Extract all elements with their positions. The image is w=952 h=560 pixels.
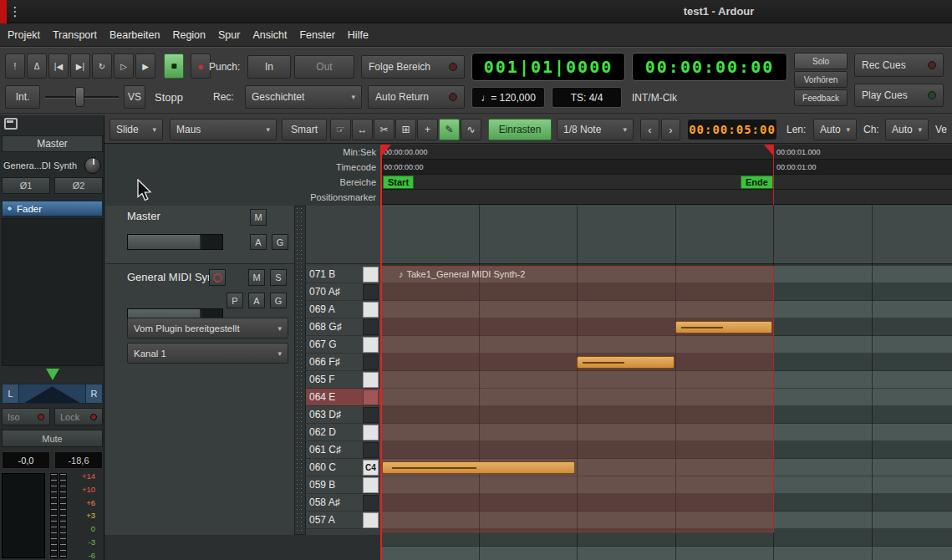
loop-button[interactable]: ↻	[92, 53, 112, 79]
playlist-button[interactable]: P	[227, 293, 243, 308]
follow-range-button[interactable]: Folge Bereich	[361, 55, 465, 79]
master-group-button[interactable]: G	[272, 234, 288, 250]
range-end-marker-icon[interactable]	[764, 145, 773, 155]
cut-tool[interactable]: ✂	[374, 119, 395, 140]
trim-knob[interactable]	[84, 157, 101, 174]
rec-mode-dropdown[interactable]: Geschichtet ▾	[245, 85, 362, 109]
piano-key-062-d[interactable]	[363, 425, 379, 440]
menu-item-transport[interactable]: Transport	[53, 29, 97, 41]
slider-handle[interactable]	[75, 87, 84, 107]
ruler-label-minsec[interactable]: Min:Sek	[209, 145, 376, 160]
mute-button[interactable]: Mute	[2, 430, 103, 447]
minsec-ruler[interactable]: 00:00:00.00000:00:01.000	[380, 145, 952, 160]
grab-tool[interactable]: ☞	[330, 119, 351, 140]
timecode-ruler[interactable]: 00:00:00:0000:00:01:00	[380, 160, 952, 175]
monitor-source-button[interactable]: Int.	[5, 85, 40, 109]
peak-display[interactable]: -18,6	[54, 451, 103, 469]
play-cues-button[interactable]: Play Cues	[854, 84, 944, 107]
solo-iso-button[interactable]: Iso	[2, 408, 50, 425]
nudge-clock[interactable]: 00:00:05:00	[687, 119, 777, 140]
patch-selector-dropdown[interactable]: Vom Plugin bereitgestellt ▾	[127, 318, 288, 339]
piano-key-067-g[interactable]	[363, 337, 379, 353]
draw-tool[interactable]: ✎	[439, 119, 460, 140]
feedback-button[interactable]: Feedback	[794, 89, 848, 106]
piano-key-064-e[interactable]	[363, 389, 379, 405]
strip-master-button[interactable]: Master	[2, 135, 103, 152]
master-mute-button[interactable]: M	[250, 209, 267, 226]
vs-button[interactable]: VS	[124, 85, 145, 109]
piano-key-061-cs[interactable]	[363, 442, 379, 458]
midi-group-button[interactable]: G	[270, 293, 287, 308]
range-marker-start[interactable]: Start	[383, 176, 414, 189]
midi-mute-button[interactable]: M	[248, 269, 265, 286]
piano-key-068-gs[interactable]	[363, 319, 379, 335]
record-enable-button[interactable]	[209, 269, 226, 286]
global-solo-button[interactable]: Solo	[794, 53, 848, 69]
piano-key-057-a[interactable]	[363, 512, 379, 528]
auditioning-button[interactable]: Vorhören	[794, 71, 848, 88]
piano-key-065-f[interactable]	[363, 372, 379, 388]
go-end-button[interactable]: ▶|	[70, 53, 90, 79]
midi-note-c4[interactable]	[382, 461, 575, 474]
piano-key-069-a[interactable]	[363, 302, 379, 318]
rec-cues-button[interactable]: Rec Cues	[854, 53, 944, 77]
solo-lock-button[interactable]: Lock	[54, 408, 103, 425]
menu-item-hilfe[interactable]: Hilfe	[348, 29, 369, 41]
range-start-marker-icon[interactable]	[382, 145, 391, 155]
range-marker-ende[interactable]: Ende	[741, 176, 773, 189]
kebab-menu-icon[interactable]: ⋮	[8, 3, 23, 21]
nudge-back-button[interactable]: ‹	[640, 119, 659, 140]
piano-key-063-ds[interactable]	[363, 407, 379, 423]
midi-solo-button[interactable]: S	[270, 269, 287, 286]
auto-return-button[interactable]: Auto Return	[368, 85, 465, 109]
menu-item-fenster[interactable]: Fenster	[299, 29, 334, 41]
metering-point-selector[interactable]: Fader	[2, 201, 103, 216]
piano-scroomer[interactable]	[294, 206, 306, 535]
stop-button[interactable]: ■	[164, 53, 184, 79]
editor-mixer-icon[interactable]	[4, 118, 18, 130]
punch-out-button[interactable]: Out	[294, 55, 354, 79]
grid-unit-dropdown[interactable]: 1/8 Note ▾	[557, 119, 634, 140]
midi-note-fs4[interactable]	[577, 356, 675, 369]
menu-item-ansicht[interactable]: Ansicht	[252, 29, 287, 41]
play-button[interactable]: ▶	[135, 53, 155, 79]
ruler-label-timecode[interactable]: Timecode	[209, 160, 376, 175]
pan-handle-icon[interactable]	[46, 369, 59, 380]
midi-note-gs4[interactable]	[675, 321, 772, 333]
piano-key-059-b[interactable]	[363, 477, 379, 493]
timecode-clock[interactable]: 00:00:00:00	[632, 53, 787, 81]
menu-item-projekt[interactable]: Projekt	[8, 29, 40, 41]
playhead[interactable]	[380, 145, 382, 560]
range-tool[interactable]: ↔	[352, 119, 373, 140]
gain-display[interactable]: -0,0	[2, 451, 50, 469]
pan-display[interactable]	[19, 384, 85, 404]
ruler-label-markers[interactable]: Positionsmarker	[209, 190, 376, 205]
piano-key-070-as[interactable]	[363, 284, 379, 300]
phase1-button[interactable]: Ø1	[2, 177, 50, 194]
metronome-button[interactable]: Δ	[27, 53, 47, 79]
master-track-name[interactable]: Master	[127, 210, 160, 222]
master-automation-button[interactable]: A	[250, 234, 267, 250]
snap-toggle-button[interactable]: Einrasten	[488, 119, 552, 140]
punch-in-button[interactable]: In	[247, 55, 291, 79]
piano-key-071-b[interactable]	[363, 267, 379, 283]
piano-key-066-fs[interactable]	[363, 354, 379, 370]
phase2-button[interactable]: Ø2	[54, 177, 103, 194]
tempo-button[interactable]: ♩= 120,000	[471, 87, 545, 108]
note-length-dropdown[interactable]: Auto ▾	[813, 119, 857, 140]
nudge-forward-button[interactable]: ›	[661, 119, 680, 140]
edit-mode-dropdown[interactable]: Slide ▾	[109, 119, 163, 140]
sync-source-button[interactable]: INT/M-Clk	[632, 87, 677, 108]
bbt-clock[interactable]: 001|01|0000	[471, 53, 625, 81]
smart-mode-button[interactable]: Smart	[282, 119, 327, 140]
timefx-tool[interactable]: +	[417, 119, 438, 140]
stretch-tool[interactable]: ⊞	[395, 119, 416, 140]
pan-widget[interactable]: L R	[2, 384, 103, 404]
mouse-mode-dropdown[interactable]: Maus ▾	[170, 119, 277, 140]
menu-item-bearbeiten[interactable]: Bearbeiten	[109, 29, 160, 41]
record-button[interactable]: ●	[191, 53, 211, 79]
piano-key-060-c[interactable]: C4	[363, 460, 379, 476]
ranges-ruler[interactable]: StartEnde	[380, 175, 952, 190]
time-signature-button[interactable]: TS: 4/4	[552, 87, 622, 108]
monitor-level-slider[interactable]	[43, 85, 120, 109]
